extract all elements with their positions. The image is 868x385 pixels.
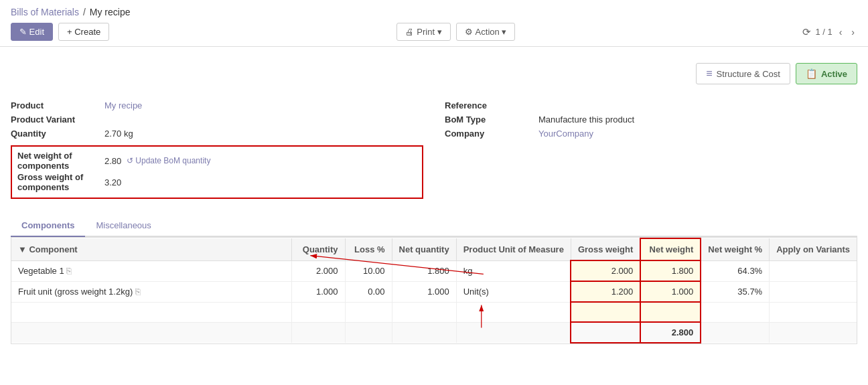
th-net-weight: Net weight (640, 238, 701, 260)
company-value: YourCompany (538, 129, 593, 139)
th-net-weight-pct: Net weight % (701, 238, 769, 260)
th-quantity: Quantity (291, 238, 345, 260)
nav-prev-icon[interactable]: ‹ (837, 25, 845, 39)
th-gross-weight: Gross weight (571, 238, 640, 260)
quantity-row: Quantity 2.70 kg (11, 129, 423, 139)
update-bom-link[interactable]: ↺ Update BoM quantity (127, 156, 210, 165)
create-button[interactable]: + Create (58, 23, 109, 41)
net-weight-value: 2.80 (104, 156, 121, 166)
cell-uom-2: Unit(s) (456, 281, 571, 302)
nav-counter: 1 / 1 (815, 27, 832, 37)
bom-type-label: BoM Type (445, 114, 538, 125)
table-header-row: ▼ Component Quantity Loss % Net quantity… (11, 238, 857, 260)
cell-netpct-1: 64.3% (701, 260, 769, 281)
gross-weight-row: Gross weight ofcomponents 3.20 (17, 172, 417, 192)
cell-gross-1: 2.000 (571, 260, 640, 281)
active-icon: 📋 (806, 68, 817, 79)
structure-label: Structure & Cost (717, 69, 780, 79)
print-button[interactable]: 🖨 🖨 Print Print ▾ (396, 23, 450, 41)
form-section: Product My recipe Product Variant Quanti… (11, 100, 857, 204)
components-table: ▼ Component Quantity Loss % Net quantity… (11, 238, 857, 343)
net-weight-label: Net weight ofcomponents (17, 151, 104, 171)
breadcrumb-separator: / (83, 7, 86, 17)
table-row: Fruit unit (gross weight 1.2kg) ⎘ 1.000 … (11, 281, 857, 302)
cell-variants-1 (770, 260, 857, 281)
cell-net-2: 1.000 (640, 281, 701, 302)
table-row: Vegetable 1 ⎘ 2.000 10.00 1.800 kg 2.000… (11, 260, 857, 281)
product-value: My recipe (104, 100, 142, 110)
nav-controls: ⟳ 1 / 1 ‹ › (802, 25, 857, 39)
cell-uom-1: kg (456, 260, 571, 281)
update-icon: ↺ (127, 156, 133, 165)
gross-weight-label: Gross weight ofcomponents (17, 172, 104, 192)
reference-label: Reference (445, 100, 538, 110)
action-icon: ⚙ (465, 27, 473, 37)
weight-highlight-box: Net weight ofcomponents 2.80 ↺ Update Bo… (11, 145, 423, 199)
table-footer-row: 2.800 (11, 322, 857, 343)
copy-icon-2[interactable]: ⎘ (135, 287, 141, 297)
cell-qty-1: 2.000 (291, 260, 345, 281)
tabs: Components Miscellaneous (11, 215, 857, 237)
structure-icon: ≡ (706, 68, 712, 80)
structure-cost-button[interactable]: ≡ Structure & Cost (696, 63, 790, 84)
th-component: ▼ Component (11, 238, 291, 260)
breadcrumb-current: My recipe (90, 7, 131, 17)
cell-netpct-2: 35.7% (701, 281, 769, 302)
status-area: ≡ Structure & Cost 📋 Active (11, 58, 857, 90)
th-net-qty: Net quantity (392, 238, 456, 260)
cell-variants-2 (770, 281, 857, 302)
tab-miscellaneous[interactable]: Miscellaneous (85, 215, 161, 237)
update-label: Update BoM quantity (135, 156, 210, 165)
nav-next-icon[interactable]: › (849, 25, 857, 39)
variant-row: Product Variant (11, 114, 423, 125)
company-row: Company YourCompany (445, 129, 857, 139)
form-right: Reference BoM Type Manufacture this prod… (445, 100, 857, 204)
variant-label: Product Variant (11, 114, 104, 125)
quantity-label: Quantity (11, 129, 104, 139)
active-label: Active (821, 69, 847, 79)
tab-components[interactable]: Components (11, 215, 85, 237)
gross-weight-value: 3.20 (104, 177, 121, 187)
print-icon: 🖨 (405, 27, 414, 37)
bom-type-value: Manufacture this product (538, 114, 634, 125)
product-row: Product My recipe (11, 100, 423, 110)
breadcrumb: Bills of Materials / My recipe (11, 7, 857, 17)
bom-type-row: BoM Type Manufacture this product (445, 114, 857, 125)
table-row-empty (11, 302, 857, 322)
product-label: Product (11, 100, 104, 110)
edit-button[interactable]: ✎ Edit (11, 23, 53, 41)
breadcrumb-parent[interactable]: Bills of Materials (11, 7, 79, 17)
th-uom: Product Unit of Measure (456, 238, 571, 260)
company-label: Company (445, 129, 538, 139)
th-loss: Loss % (345, 238, 392, 260)
cell-loss-2: 0.00 (345, 281, 392, 302)
form-left: Product My recipe Product Variant Quanti… (11, 100, 423, 204)
cell-qty-2: 1.000 (291, 281, 345, 302)
net-weight-row: Net weight ofcomponents 2.80 ↺ Update Bo… (17, 151, 417, 171)
cell-netqty-2: 1.000 (392, 281, 456, 302)
th-variants: Apply on Variants (770, 238, 857, 260)
action-button[interactable]: ⚙ Action ▾ (456, 23, 516, 41)
refresh-icon[interactable]: ⟳ (802, 26, 811, 38)
cell-component-1: Vegetable 1 ⎘ (11, 260, 291, 281)
quantity-value: 2.70 kg (104, 129, 133, 139)
cell-net-1: 1.800 (640, 260, 701, 281)
net-weight-total: 2.800 (640, 322, 701, 343)
company-link[interactable]: YourCompany (538, 129, 593, 139)
cell-loss-1: 10.00 (345, 260, 392, 281)
active-button[interactable]: 📋 Active (796, 63, 857, 84)
reference-row: Reference (445, 100, 857, 110)
table-container: ▼ Component Quantity Loss % Net quantity… (11, 237, 857, 344)
cell-gross-2: 1.200 (571, 281, 640, 302)
copy-icon-1[interactable]: ⎘ (66, 266, 72, 276)
product-link[interactable]: My recipe (104, 100, 142, 110)
cell-netqty-1: 1.800 (392, 260, 456, 281)
action-label: Action ▾ (476, 27, 507, 37)
cell-component-2: Fruit unit (gross weight 1.2kg) ⎘ (11, 281, 291, 302)
